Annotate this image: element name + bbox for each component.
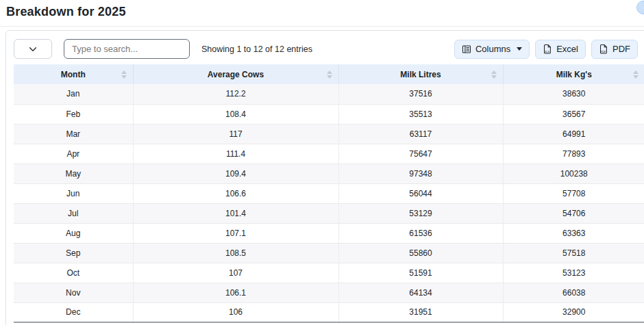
columns-button-label: Columns xyxy=(475,44,510,54)
cell-milk-kgs: 57708 xyxy=(503,183,644,203)
page-length-select[interactable] xyxy=(14,39,52,59)
table-row: Jan 112.2 37516 38630 xyxy=(14,84,644,104)
cell-milk-litres: 53129 xyxy=(338,203,503,223)
excel-button-label: Excel xyxy=(556,44,578,54)
sort-arrows-icon xyxy=(633,70,639,79)
cell-average-cows: 107 xyxy=(133,263,338,283)
cell-month: Feb xyxy=(14,104,133,124)
cell-average-cows: 108.5 xyxy=(133,243,338,263)
columns-button[interactable]: Columns xyxy=(454,40,530,59)
sort-arrows-icon xyxy=(121,70,127,79)
cell-average-cows: 107.1 xyxy=(133,223,338,243)
cell-milk-litres: 75647 xyxy=(338,144,503,164)
table-row: Feb 108.4 35513 36567 xyxy=(14,104,644,124)
table-row: Jul 101.4 53129 54706 xyxy=(14,203,644,223)
search-input[interactable] xyxy=(64,39,190,59)
table-row: Jun 106.6 56044 57708 xyxy=(14,183,644,203)
cell-month: Oct xyxy=(14,263,133,283)
table-row: Aug 107.1 61536 63363 xyxy=(14,223,644,243)
toolbar-buttons: Columns XLS Excel xyxy=(454,40,644,59)
cell-average-cows: 106 xyxy=(133,302,338,322)
cell-milk-kgs: 32900 xyxy=(503,302,644,322)
cell-milk-kgs: 100238 xyxy=(503,164,644,183)
cell-milk-litres: 56044 xyxy=(338,183,503,203)
cell-milk-litres: 51591 xyxy=(338,263,503,283)
column-header-milk-kgs[interactable]: Milk Kg's xyxy=(503,64,644,84)
table-row: Sep 108.5 55860 57518 xyxy=(14,243,644,263)
pdf-button-label: PDF xyxy=(612,44,630,54)
cell-milk-litres: 61536 xyxy=(338,223,503,243)
pdf-export-button[interactable]: PDF PDF xyxy=(591,40,638,59)
cell-average-cows: 101.4 xyxy=(133,203,338,223)
cell-milk-kgs: 36567 xyxy=(503,104,644,124)
cell-month: Mar xyxy=(14,124,133,144)
sort-arrows-icon xyxy=(491,70,497,79)
file-pdf-icon: PDF xyxy=(599,44,608,54)
cell-milk-kgs: 38630 xyxy=(503,84,644,104)
cell-month: Dec xyxy=(14,302,133,322)
sort-arrows-icon xyxy=(327,70,332,79)
cell-average-cows: 106.1 xyxy=(133,283,338,302)
excel-export-button[interactable]: XLS Excel xyxy=(535,40,586,59)
svg-text:XLS: XLS xyxy=(545,51,549,53)
cell-average-cows: 108.4 xyxy=(133,104,338,124)
table-row: May 109.4 97348 100238 xyxy=(14,164,644,183)
svg-text:PDF: PDF xyxy=(601,51,606,53)
caret-down-icon xyxy=(517,47,522,51)
table-row: Dec 106 31951 32900 xyxy=(14,302,644,322)
file-excel-icon: XLS xyxy=(543,44,552,54)
column-header-month[interactable]: Month xyxy=(14,64,133,84)
cell-milk-kgs: 66038 xyxy=(503,283,644,302)
chevron-down-icon xyxy=(28,44,38,54)
table-row: Mar 117 63117 64991 xyxy=(14,124,644,144)
cell-month: Nov xyxy=(14,283,133,302)
cell-milk-litres: 63117 xyxy=(338,124,503,144)
cell-milk-kgs: 77893 xyxy=(503,144,644,164)
cell-milk-litres: 35513 xyxy=(338,104,503,124)
cell-month: May xyxy=(14,164,133,183)
column-header-label: Milk Litres xyxy=(400,70,441,79)
cell-month: Sep xyxy=(14,243,133,263)
column-header-label: Month xyxy=(61,70,86,79)
data-table-wrapper: Month Average Cows Milk Litres Milk Kg's xyxy=(14,64,644,323)
cell-milk-litres: 97348 xyxy=(338,164,503,183)
column-header-label: Average Cows xyxy=(208,70,264,79)
title-divider xyxy=(0,26,644,27)
cell-month: Aug xyxy=(14,223,133,243)
header-row: Month Average Cows Milk Litres Milk Kg's xyxy=(14,64,644,84)
cell-milk-kgs: 53123 xyxy=(503,263,644,283)
table-card: Showing 1 to 12 of 12 entries Columns xyxy=(5,30,644,325)
cell-milk-kgs: 54706 xyxy=(503,203,644,223)
cell-milk-litres: 37516 xyxy=(338,84,503,104)
cell-milk-kgs: 64991 xyxy=(503,124,644,144)
page-title: Breakdown for 2025 xyxy=(6,5,644,19)
cell-month: Jun xyxy=(14,183,133,203)
entries-info: Showing 1 to 12 of 12 entries xyxy=(201,44,312,54)
cell-milk-kgs: 63363 xyxy=(503,223,644,243)
table-row: Oct 107 51591 53123 xyxy=(14,263,644,283)
cell-month: Apr xyxy=(14,144,133,164)
cell-average-cows: 109.4 xyxy=(133,164,338,183)
column-header-label: Milk Kg's xyxy=(556,70,592,79)
cell-month: Jan xyxy=(14,84,133,104)
cell-average-cows: 112.2 xyxy=(133,84,338,104)
cell-average-cows: 117 xyxy=(133,124,338,144)
column-header-average-cows[interactable]: Average Cows xyxy=(133,64,338,84)
cell-average-cows: 111.4 xyxy=(133,144,338,164)
cell-milk-litres: 64134 xyxy=(338,283,503,302)
cell-average-cows: 106.6 xyxy=(133,183,338,203)
table-toolbar: Showing 1 to 12 of 12 entries Columns xyxy=(14,39,644,59)
cell-milk-litres: 31951 xyxy=(338,302,503,322)
column-header-milk-litres[interactable]: Milk Litres xyxy=(338,64,503,84)
cell-month: Jul xyxy=(14,203,133,223)
table-row: Nov 106.1 64134 66038 xyxy=(14,283,644,302)
data-table: Month Average Cows Milk Litres Milk Kg's xyxy=(14,64,644,323)
table-row: Apr 111.4 75647 77893 xyxy=(14,144,644,164)
cell-milk-kgs: 57518 xyxy=(503,243,644,263)
columns-list-icon xyxy=(462,44,471,54)
cell-milk-litres: 55860 xyxy=(338,243,503,263)
